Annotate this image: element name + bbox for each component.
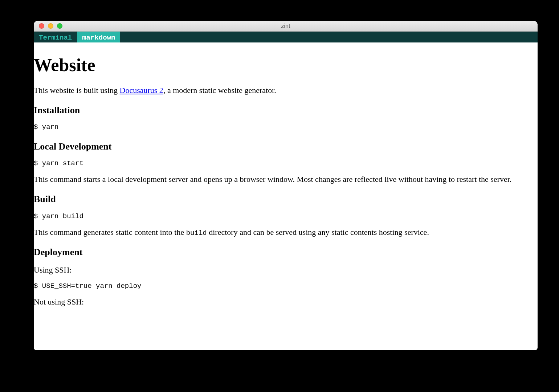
desc-build-after: directory and can be served using any st…	[207, 228, 429, 237]
desc-build-before: This command generates static content in…	[34, 228, 186, 237]
docusaurus-link[interactable]: Docusaurus 2	[120, 86, 163, 95]
doc-title: Website	[34, 53, 538, 77]
heading-installation: Installation	[34, 104, 538, 116]
deploy-using-ssh: Using SSH:	[34, 265, 538, 275]
tab-bar: Terminal markdown	[34, 32, 538, 42]
window-title: zint	[34, 23, 538, 29]
app-window: zint Terminal markdown Website This webs…	[34, 21, 538, 350]
code-local-development: $ yarn start	[34, 159, 538, 168]
heading-local-development: Local Development	[34, 140, 538, 152]
code-build: $ yarn build	[34, 212, 538, 221]
desc-build: This command generates static content in…	[34, 227, 538, 237]
tab-markdown[interactable]: markdown	[77, 32, 120, 42]
desc-local-development: This command starts a local development …	[34, 174, 538, 184]
heading-deployment: Deployment	[34, 246, 538, 258]
intro-text-after: , a modern static website generator.	[163, 86, 276, 95]
markdown-viewport[interactable]: Website This website is built using Docu…	[34, 42, 538, 350]
intro-paragraph: This website is built using Docusaurus 2…	[34, 85, 538, 95]
heading-build: Build	[34, 193, 538, 205]
intro-text-before: This website is built using	[34, 86, 120, 95]
code-installation: $ yarn	[34, 123, 538, 131]
code-deploy-ssh: $ USE_SSH=true yarn deploy	[34, 282, 538, 290]
inline-code-build: build	[186, 229, 207, 237]
titlebar[interactable]: zint	[34, 21, 538, 32]
tab-terminal[interactable]: Terminal	[34, 32, 77, 42]
deploy-not-using-ssh: Not using SSH:	[34, 297, 538, 307]
